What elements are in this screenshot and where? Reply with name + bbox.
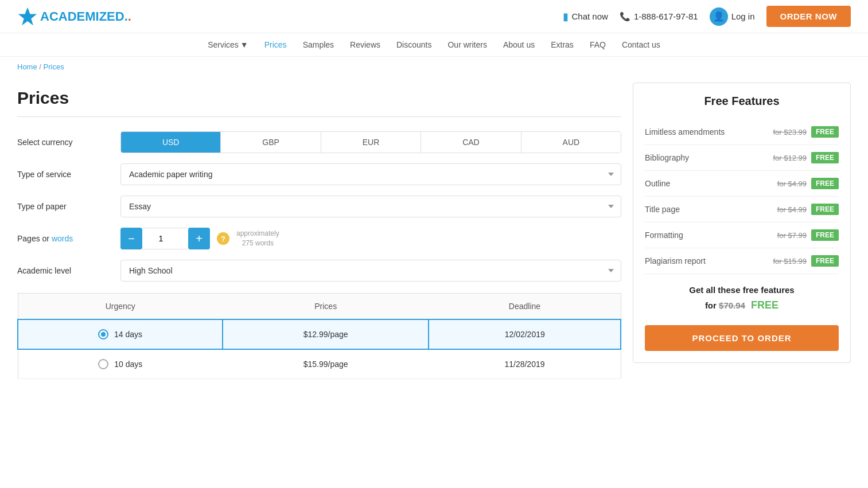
feature-price: for $12.99	[773, 154, 807, 162]
chevron-down-icon: ▼	[240, 40, 248, 49]
currency-eur[interactable]: EUR	[321, 132, 421, 153]
nav-samples[interactable]: Samples	[303, 40, 334, 49]
urgency-cell: 10 days	[18, 349, 223, 379]
login-button[interactable]: 👤 Log in	[710, 7, 755, 26]
nav-contact-us[interactable]: Contact us	[622, 40, 660, 49]
table-row[interactable]: 14 days $12.99/page 12/02/2019	[18, 319, 621, 349]
feature-name: Limitless amendments	[645, 127, 725, 136]
free-badge: FREE	[811, 178, 839, 189]
increment-button[interactable]: +	[188, 228, 210, 249]
paper-select[interactable]: Essay	[120, 196, 621, 217]
feature-row: Title page for $4.99 FREE	[645, 197, 839, 222]
currency-row: Select currency USD GBP EUR CAD AUD	[17, 131, 621, 153]
words-link[interactable]: words	[52, 234, 73, 243]
nav-faq[interactable]: FAQ	[590, 40, 606, 49]
academic-select[interactable]: High School Undergraduate Master PhD	[120, 260, 621, 282]
nav-prices[interactable]: Prices	[264, 40, 287, 49]
nav-extras[interactable]: Extras	[551, 40, 574, 49]
feature-name: Plagiarism report	[645, 256, 706, 266]
radio-empty[interactable]	[98, 359, 108, 369]
feature-price: for $7.99	[777, 231, 807, 240]
service-row: Type of service Academic paper writing	[17, 163, 621, 185]
logo-text: ACADEMIZED..	[40, 9, 131, 24]
nav-reviews[interactable]: Reviews	[350, 40, 380, 49]
table-row[interactable]: 10 days $15.99/page 11/28/2019	[18, 349, 621, 379]
academic-label: Academic level	[17, 266, 109, 275]
price-cell: $12.99/page	[223, 319, 429, 349]
phone-number: 1-888-617-97-81	[634, 11, 698, 21]
phone-icon: 📞	[620, 11, 630, 22]
urgency-value: 14 days	[114, 330, 142, 339]
deadline-cell: 12/02/2019	[429, 319, 621, 349]
chat-now-button[interactable]: ▮ Chat now	[563, 10, 608, 23]
chat-label: Chat now	[572, 11, 608, 21]
currency-gbp[interactable]: GBP	[221, 132, 321, 153]
feature-right: for $7.99 FREE	[777, 229, 839, 241]
total-for-label: for	[705, 300, 717, 310]
feature-row: Formatting for $7.99 FREE	[645, 222, 839, 248]
help-icon[interactable]: ?	[217, 232, 229, 245]
feature-row: Bibliography for $12.99 FREE	[645, 145, 839, 171]
feature-list: Limitless amendments for $23.99 FREE Bib…	[645, 119, 839, 274]
order-now-button[interactable]: ORDER NOW	[766, 6, 851, 27]
currency-usd[interactable]: USD	[121, 132, 221, 153]
currency-label: Select currency	[17, 138, 109, 147]
total-free-label: FREE	[751, 299, 779, 311]
proceed-to-order-button[interactable]: PROCEED TO ORDER	[645, 325, 839, 351]
table-header-prices: Prices	[223, 294, 429, 320]
feature-name: Bibliography	[645, 153, 689, 162]
radio-selected[interactable]	[98, 329, 108, 339]
free-badge: FREE	[811, 204, 839, 215]
feature-right: for $12.99 FREE	[773, 152, 839, 163]
free-badge: FREE	[811, 255, 839, 267]
nav-discounts[interactable]: Discounts	[396, 40, 431, 49]
free-features-panel: Free Features Limitless amendments for $…	[633, 83, 851, 363]
free-badge: FREE	[811, 152, 839, 163]
feature-right: for $15.99 FREE	[773, 255, 839, 267]
feature-price: for $23.99	[773, 128, 807, 136]
total-original-price: $70.94	[719, 300, 745, 310]
phone-button[interactable]: 📞 1-888-617-97-81	[620, 11, 698, 22]
breadcrumb-current[interactable]: Prices	[44, 63, 64, 71]
free-badge: FREE	[811, 229, 839, 241]
deadline-cell: 11/28/2019	[429, 349, 621, 379]
free-badge: FREE	[811, 126, 839, 138]
currency-buttons: USD GBP EUR CAD AUD	[120, 131, 621, 153]
breadcrumb-home[interactable]: Home	[17, 63, 37, 71]
paper-select-wrapper: Essay	[120, 196, 621, 217]
pricing-table: Urgency Prices Deadline 14 days $12.99/p…	[17, 293, 621, 379]
left-panel: Prices Select currency USD GBP EUR CAD A…	[17, 77, 621, 379]
currency-cad[interactable]: CAD	[421, 132, 521, 153]
table-header-deadline: Deadline	[429, 294, 621, 320]
site-logo[interactable]: ACADEMIZED..	[17, 6, 131, 27]
feature-price: for $4.99	[777, 179, 807, 188]
nav-about-us[interactable]: About us	[503, 40, 535, 49]
currency-aud[interactable]: AUD	[521, 132, 621, 153]
main-nav: Services ▼ Prices Samples Reviews Discou…	[0, 33, 868, 57]
feature-right: for $4.99 FREE	[777, 204, 839, 215]
feature-name: Formatting	[645, 231, 683, 240]
total-section: Get all these free features for $70.94 F…	[645, 274, 839, 319]
feature-name: Outline	[645, 179, 670, 188]
quantity-input[interactable]	[142, 228, 188, 249]
nav-our-writers[interactable]: Our writers	[447, 40, 486, 49]
pages-label: Pages or words	[17, 234, 109, 243]
price-cell: $15.99/page	[223, 349, 429, 379]
pages-words-control: − + ? approximately 275 words	[120, 228, 621, 249]
service-select-wrapper: Academic paper writing	[120, 163, 621, 185]
decrement-button[interactable]: −	[120, 228, 142, 249]
paper-label: Type of paper	[17, 202, 109, 211]
quantity-stepper: − +	[120, 228, 210, 249]
nav-services[interactable]: Services ▼	[208, 40, 248, 49]
table-header-urgency: Urgency	[18, 294, 223, 320]
feature-row: Limitless amendments for $23.99 FREE	[645, 119, 839, 145]
breadcrumb-separator: /	[39, 63, 43, 71]
service-select[interactable]: Academic paper writing	[120, 163, 621, 185]
total-price-line: for $70.94 FREE	[645, 297, 839, 314]
urgency-cell: 14 days	[18, 319, 223, 349]
pages-row: Pages or words − + ? approximately 275 w…	[17, 228, 621, 249]
user-icon: 👤	[710, 7, 728, 26]
paper-row: Type of paper Essay	[17, 196, 621, 217]
total-label: Get all these free features	[645, 283, 839, 297]
feature-right: for $23.99 FREE	[773, 126, 839, 138]
